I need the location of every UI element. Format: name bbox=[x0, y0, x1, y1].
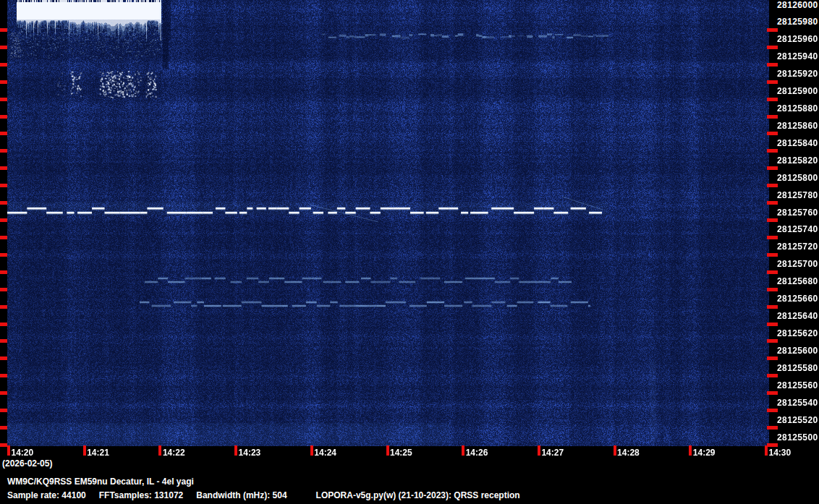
freq-label: 28125580 bbox=[777, 363, 818, 374]
freq-label: 28125700 bbox=[777, 259, 818, 270]
time-label: 14:27 bbox=[541, 448, 564, 458]
freq-label: 28125640 bbox=[777, 311, 818, 322]
time-label: 14:20 bbox=[12, 448, 34, 458]
freq-tick bbox=[0, 132, 7, 135]
freq-tick bbox=[767, 184, 778, 187]
freq-tick bbox=[767, 339, 778, 343]
freq-tick bbox=[0, 201, 7, 205]
freq-label: 28125860 bbox=[777, 121, 818, 132]
freq-tick bbox=[767, 63, 778, 67]
freq-tick bbox=[0, 323, 7, 326]
freq-tick bbox=[0, 356, 7, 360]
time-tick bbox=[689, 445, 692, 456]
freq-tick bbox=[767, 218, 778, 222]
freq-tick bbox=[0, 184, 7, 187]
freq-tick bbox=[0, 339, 7, 343]
freq-tick bbox=[767, 115, 778, 119]
freq-tick bbox=[0, 391, 7, 395]
time-label: 14:26 bbox=[466, 448, 488, 458]
freq-label: 28125620 bbox=[777, 328, 818, 339]
freq-tick bbox=[767, 409, 778, 412]
freq-tick bbox=[767, 166, 778, 170]
freq-label: 28125960 bbox=[777, 34, 818, 45]
freq-tick bbox=[0, 409, 7, 412]
time-tick bbox=[462, 445, 464, 456]
freq-label: 28125840 bbox=[777, 138, 818, 149]
freq-tick bbox=[0, 288, 7, 291]
freq-tick bbox=[767, 323, 778, 326]
freq-tick bbox=[0, 236, 7, 239]
time-label: 14:22 bbox=[163, 448, 185, 458]
freq-tick bbox=[767, 356, 778, 360]
time-tick bbox=[310, 445, 313, 456]
freq-tick bbox=[767, 28, 778, 32]
freq-tick bbox=[0, 98, 7, 101]
capture-settings-line: Sample rate: 44100FFTsamples: 131072Band… bbox=[7, 490, 520, 500]
freq-tick bbox=[0, 305, 7, 309]
freq-tick bbox=[767, 132, 778, 135]
freq-label: 28125540 bbox=[777, 398, 818, 409]
freq-tick bbox=[767, 46, 778, 49]
freq-tick bbox=[767, 443, 778, 447]
freq-label: 28125520 bbox=[777, 415, 818, 426]
freq-label: 28125980 bbox=[777, 17, 818, 27]
time-label: 14:28 bbox=[617, 448, 640, 458]
freq-label: 28125820 bbox=[777, 155, 818, 166]
time-label: 14:25 bbox=[390, 448, 412, 458]
freq-label: 28125740 bbox=[777, 224, 818, 235]
freq-tick bbox=[767, 426, 778, 430]
time-tick bbox=[7, 445, 10, 456]
station-info-line: WM9C/KQ9RSS EM59nu Decatur, IL - 4el yag… bbox=[7, 477, 194, 487]
setting-item: Sample rate: 44100 bbox=[7, 490, 86, 500]
time-label: 14:30 bbox=[769, 448, 792, 458]
freq-label: 28125760 bbox=[777, 208, 818, 218]
freq-tick bbox=[0, 80, 7, 84]
freq-tick bbox=[767, 270, 778, 274]
freq-tick bbox=[0, 28, 7, 32]
time-label: 14:29 bbox=[693, 448, 716, 458]
setting-item: FFTsamples: 131072 bbox=[99, 490, 184, 500]
freq-label: 28125920 bbox=[777, 69, 818, 80]
freq-tick bbox=[0, 270, 7, 274]
freq-tick bbox=[767, 98, 778, 101]
time-label: 14:24 bbox=[314, 448, 336, 458]
freq-label: 28126000 bbox=[777, 0, 818, 11]
freq-label: 28125780 bbox=[777, 190, 818, 201]
freq-tick bbox=[767, 149, 778, 153]
freq-tick bbox=[0, 443, 7, 447]
freq-label: 28125880 bbox=[777, 103, 818, 114]
freq-tick bbox=[767, 288, 778, 291]
date-label: (2026-02-05) bbox=[2, 458, 52, 469]
spectrogram-canvas bbox=[7, 0, 769, 446]
freq-tick bbox=[767, 236, 778, 239]
setting-item: LOPORA-v5g.py(w) (21-10-2023): QRSS rece… bbox=[316, 490, 520, 500]
freq-label: 28125560 bbox=[777, 380, 818, 391]
time-tick bbox=[614, 445, 616, 456]
time-tick bbox=[538, 445, 540, 456]
time-tick bbox=[234, 445, 237, 456]
freq-label: 28125900 bbox=[777, 86, 818, 97]
freq-tick bbox=[0, 426, 7, 430]
freq-tick bbox=[767, 374, 778, 377]
freq-tick bbox=[767, 305, 778, 309]
freq-tick bbox=[0, 166, 7, 170]
freq-tick bbox=[0, 63, 7, 67]
setting-item: Bandwidth (mHz): 504 bbox=[196, 490, 287, 500]
freq-tick bbox=[767, 253, 778, 257]
freq-tick bbox=[767, 80, 778, 84]
time-label: 14:23 bbox=[239, 448, 261, 458]
freq-label: 28125600 bbox=[777, 346, 818, 356]
freq-tick bbox=[0, 46, 7, 49]
time-tick bbox=[765, 445, 768, 456]
freq-tick bbox=[0, 115, 7, 119]
time-tick bbox=[386, 445, 389, 456]
time-label: 14:21 bbox=[87, 448, 109, 458]
freq-label: 28125720 bbox=[777, 242, 818, 252]
freq-tick bbox=[0, 149, 7, 153]
time-tick bbox=[158, 445, 161, 456]
qrss-grabber-screen: 2812600028125980281259602812594028125920… bbox=[0, 0, 819, 504]
freq-tick bbox=[0, 253, 7, 257]
time-tick bbox=[83, 445, 86, 456]
freq-label: 28125660 bbox=[777, 294, 818, 304]
freq-label: 28125800 bbox=[777, 173, 818, 184]
